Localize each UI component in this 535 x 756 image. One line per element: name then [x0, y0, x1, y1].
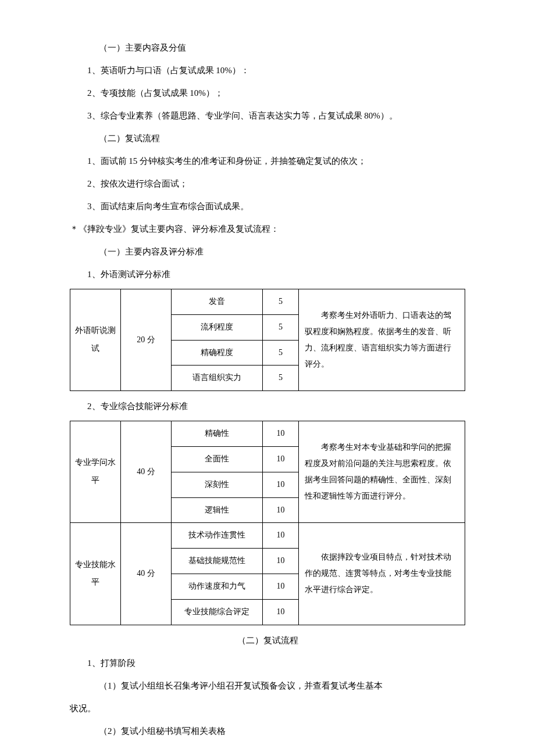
section4-sub1: （1）复试小组组长召集考评小组召开复试预备会议，并查看复试考生基本 [70, 676, 465, 696]
t1-pts-0: 5 [263, 289, 299, 315]
t2g2-crit-1: 基础技能规范性 [172, 549, 263, 574]
t1-rowlabel: 外语听说测试 [70, 289, 121, 391]
t2g2-pts-2: 10 [263, 574, 299, 599]
t1-pts-3: 5 [263, 366, 299, 391]
section4-sub2: （2）复试小组秘书填写相关表格 [70, 722, 465, 741]
t2g1-crit-1: 全面性 [172, 446, 263, 472]
t2g2-score: 40 分 [121, 523, 172, 625]
t2g2-pts-3: 10 [263, 599, 299, 625]
section3-sub1: 1、外语测试评分标准 [70, 265, 465, 284]
t2g2-pts-1: 10 [263, 549, 299, 574]
t2g2-crit-3: 专业技能综合评定 [172, 599, 263, 625]
t2g1-rowlabel: 专业学问水平 [70, 421, 121, 523]
table-foreign-language: 外语听说测试 20 分 发音 5 考察考生对外语听力、口语表达的驾驭程度和娴熟程… [70, 289, 465, 391]
section2-item1: 1、面试前 15 分钟核实考生的准考证和身份证，并抽签确定复试的依次； [70, 152, 465, 171]
section4-sub1-cont: 状况。 [70, 699, 465, 718]
t2g2-desc: 依据摔跤专业项目特点，针对技术动作的规范、连贯等特点，对考生专业技能水平进行综合… [299, 523, 465, 625]
section4-item1: 1、打算阶段 [70, 654, 465, 673]
table-professional-skills: 专业学问水平 40 分 精确性 10 考察考生对本专业基础和学问的把握程度及对前… [70, 421, 465, 625]
t1-crit-2: 精确程度 [172, 340, 263, 366]
t2g1-crit-0: 精确性 [172, 421, 263, 447]
t1-crit-1: 流利程度 [172, 314, 263, 340]
section2-title: （二）复试流程 [70, 129, 465, 148]
t2g1-pts-1: 10 [263, 446, 299, 472]
section4-title: （二）复试流程 [70, 631, 465, 650]
t2g2-pts-0: 10 [263, 523, 299, 549]
t1-pts-1: 5 [263, 314, 299, 340]
t2g1-crit-3: 逻辑性 [172, 497, 263, 523]
t2g1-pts-2: 10 [263, 472, 299, 497]
t1-crit-0: 发音 [172, 289, 263, 315]
section1-item2: 2、专项技能（占复试成果 10%）； [70, 84, 465, 103]
t1-desc: 考察考生对外语听力、口语表达的驾驭程度和娴熟程度。依据考生的发音、听力、流利程度… [299, 289, 465, 391]
t2g2-crit-0: 技术动作连贯性 [172, 523, 263, 549]
t2g1-pts-3: 10 [263, 497, 299, 523]
star-heading: ＊《摔跤专业》复试主要内容、评分标准及复试流程： [70, 220, 465, 239]
section2-item3: 3、面试结束后向考生宣布综合面试成果。 [70, 197, 465, 216]
t2g1-desc: 考察考生对本专业基础和学问的把握程度及对前沿问题的关注与思索程度。依据考生回答问… [299, 421, 465, 523]
t2g2-rowlabel: 专业技能水平 [70, 523, 121, 625]
t2g1-crit-2: 深刻性 [172, 472, 263, 497]
t2g1-pts-0: 10 [263, 421, 299, 447]
t1-crit-3: 语言组织实力 [172, 366, 263, 391]
section3-title: （一）主要内容及评分标准 [70, 242, 465, 261]
section1-item1: 1、英语听力与口语（占复试成果 10%）： [70, 61, 465, 80]
section2-item2: 2、按依次进行综合面试； [70, 174, 465, 194]
section3-sub2: 2、专业综合技能评分标准 [70, 397, 465, 416]
t1-pts-2: 5 [263, 340, 299, 366]
section1-item3: 3、综合专业素养（答题思路、专业学问、语言表达实力等，占复试成果 80%）。 [70, 106, 465, 126]
t2g2-crit-2: 动作速度和力气 [172, 574, 263, 599]
t2g1-score: 40 分 [121, 421, 172, 523]
t1-score: 20 分 [121, 289, 172, 391]
section1-title: （一）主要内容及分值 [70, 38, 465, 58]
